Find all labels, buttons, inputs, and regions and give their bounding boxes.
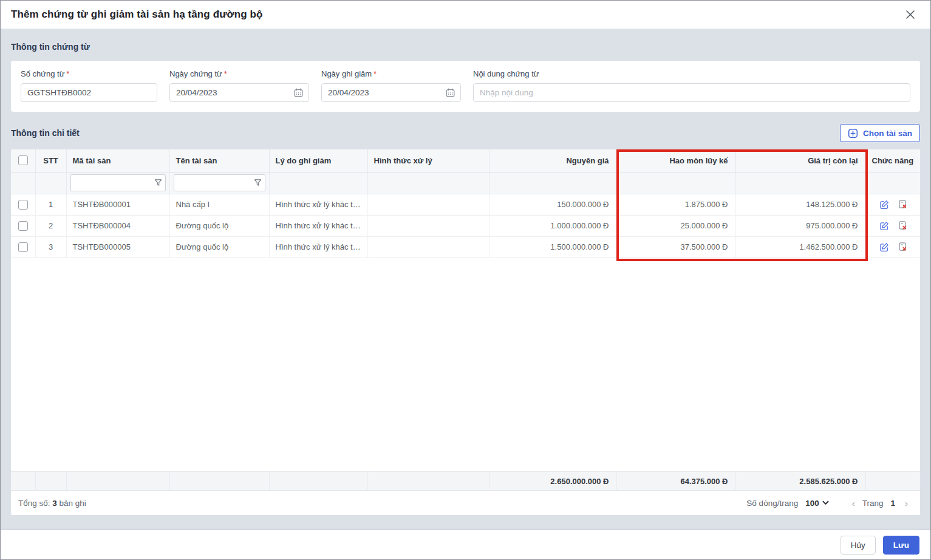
ngay-chung-tu-label: Ngày chứng từ — [169, 69, 222, 78]
table-filter-row — [11, 172, 920, 194]
cell-stt: 2 — [35, 215, 66, 236]
cancel-button[interactable]: Hủy — [841, 536, 876, 555]
field-so-chung-tu: Số chứng từ* — [21, 69, 157, 102]
record-count-value: 3 — [52, 499, 57, 508]
table-header-row: STT Mã tài sản Tên tài sản Lý do ghi giả… — [11, 149, 920, 172]
cell-hinh-thuc — [367, 215, 489, 236]
col-header-chuc-nang: Chức năng — [865, 149, 920, 172]
page-title: Thêm chứng từ ghi giảm tài sản hạ tầng đ… — [11, 9, 263, 21]
total-gia-tri: 2.585.625.000 Đ — [735, 472, 865, 491]
ngay-chung-tu-input[interactable] — [169, 83, 309, 102]
row-checkbox[interactable] — [18, 221, 28, 231]
edit-pencil-icon[interactable] — [879, 200, 889, 210]
table-empty-area — [11, 258, 920, 472]
total-hao-mon: 64.375.000 Đ — [616, 472, 735, 491]
cell-ma-tai-san: TSHTĐB000004 — [66, 215, 169, 236]
col-header-hinh-thuc: Hình thức xử lý — [367, 149, 489, 172]
chon-tai-san-button[interactable]: Chọn tài sản — [840, 124, 920, 142]
cell-stt: 1 — [35, 194, 66, 215]
so-chung-tu-label: Số chứng từ — [21, 69, 64, 78]
noi-dung-input[interactable] — [473, 83, 910, 102]
page-label: Trang — [862, 499, 884, 508]
field-ngay-ghi-giam: Ngày ghi giảm* — [321, 69, 461, 102]
cell-hinh-thuc — [367, 236, 489, 258]
cell-stt: 3 — [35, 236, 66, 258]
section-title-detail-info: Thông tin chi tiết — [11, 128, 80, 138]
cell-ly-do: Hình thức xử lý khác the… — [269, 194, 367, 215]
cell-nguyen-gia: 150.000.000 Đ — [489, 194, 616, 215]
cell-ly-do: Hình thức xử lý khác the… — [269, 236, 367, 258]
modal-titlebar: Thêm chứng từ ghi giảm tài sản hạ tầng đ… — [1, 1, 930, 29]
cell-nguyen-gia: 1.000.000.000 Đ — [489, 215, 616, 236]
cell-hao-mon: 25.000.000 Đ — [616, 215, 735, 236]
col-header-hao-mon: Hao mòn lũy kế — [616, 149, 735, 172]
doc-info-card: Số chứng từ* Ngày chứng từ* Ngày — [11, 61, 920, 112]
cell-ma-tai-san: TSHTĐB000001 — [66, 194, 169, 215]
cell-ten-tai-san: Nhà cấp I — [169, 194, 269, 215]
rows-per-page-label: Số dòng/trang — [746, 499, 798, 508]
field-ngay-chung-tu: Ngày chứng từ* — [169, 69, 309, 102]
cell-gia-tri: 1.462.500.000 Đ — [735, 236, 865, 258]
required-asterisk: * — [373, 69, 377, 78]
funnel-icon[interactable] — [154, 179, 162, 187]
plus-square-icon — [848, 128, 858, 138]
col-header-gia-tri: Giá trị còn lại — [735, 149, 865, 172]
col-header-ly-do: Lý do ghi giảm — [269, 149, 367, 172]
cell-gia-tri: 975.000.000 Đ — [735, 215, 865, 236]
row-checkbox[interactable] — [18, 200, 28, 210]
noi-dung-label: Nội dung chứng từ — [473, 69, 539, 78]
table-row[interactable]: 1 TSHTĐB000001 Nhà cấp I Hình thức xử lý… — [11, 194, 920, 215]
funnel-icon[interactable] — [254, 179, 262, 187]
file-remove-icon[interactable] — [898, 220, 908, 231]
table-row[interactable]: 2 TSHTĐB000004 Đường quốc lộ Hình thức x… — [11, 215, 920, 236]
chon-tai-san-label: Chọn tài sản — [863, 129, 912, 138]
modal-window: Thêm chứng từ ghi giảm tài sản hạ tầng đ… — [0, 0, 931, 560]
ngay-ghi-giam-input[interactable] — [321, 83, 461, 102]
table-row[interactable]: 3 TSHTĐB000005 Đường quốc lộ Hình thức x… — [11, 236, 920, 258]
calendar-icon[interactable] — [445, 87, 455, 98]
cell-hao-mon: 1.875.000 Đ — [616, 194, 735, 215]
cell-gia-tri: 148.125.000 Đ — [735, 194, 865, 215]
required-asterisk: * — [66, 69, 69, 78]
ten-tai-san-filter-input[interactable] — [174, 174, 265, 191]
select-all-checkbox[interactable] — [18, 155, 28, 165]
cell-ly-do: Hình thức xử lý khác the… — [269, 215, 367, 236]
total-nguyen-gia: 2.650.000.000 Đ — [489, 472, 616, 491]
table-footer: Tổng số: 3 bản ghi Số dòng/trang 100 ‹ T… — [11, 491, 920, 515]
cell-ten-tai-san: Đường quốc lộ — [169, 236, 269, 258]
cell-nguyen-gia: 1.500.000.000 Đ — [489, 236, 616, 258]
cell-hao-mon: 37.500.000 Đ — [616, 236, 735, 258]
row-checkbox[interactable] — [18, 242, 28, 252]
chevron-down-icon — [822, 500, 829, 505]
close-icon[interactable] — [902, 7, 918, 22]
file-remove-icon[interactable] — [898, 199, 908, 210]
required-asterisk: * — [224, 69, 227, 78]
assets-table-card: STT Mã tài sản Tên tài sản Lý do ghi giả… — [11, 149, 920, 515]
modal-body: Thông tin chứng từ Số chứng từ* Ngày chứ… — [1, 29, 930, 530]
ma-tai-san-filter-input[interactable] — [70, 174, 166, 191]
field-noi-dung: Nội dung chứng từ — [473, 69, 910, 102]
section-title-doc-info: Thông tin chứng từ — [11, 29, 920, 61]
table-summary-row: 2.650.000.000 Đ 64.375.000 Đ 2.585.625.0… — [11, 471, 920, 491]
file-remove-icon[interactable] — [898, 242, 908, 252]
save-button[interactable]: Lưu — [883, 536, 919, 555]
col-header-ten-tai-san: Tên tài sản — [169, 149, 269, 172]
edit-pencil-icon[interactable] — [879, 242, 889, 252]
calendar-icon[interactable] — [293, 87, 304, 98]
cell-ma-tai-san: TSHTĐB000005 — [66, 236, 169, 258]
next-page-button[interactable]: › — [902, 498, 910, 508]
edit-pencil-icon[interactable] — [879, 221, 889, 231]
assets-table: STT Mã tài sản Tên tài sản Lý do ghi giả… — [11, 149, 920, 258]
modal-action-bar: Hủy Lưu — [1, 530, 930, 559]
ngay-ghi-giam-label: Ngày ghi giảm — [321, 69, 372, 78]
cell-ten-tai-san: Đường quốc lộ — [169, 215, 269, 236]
so-chung-tu-input[interactable] — [21, 83, 157, 102]
cell-hinh-thuc — [367, 194, 489, 215]
col-header-ma-tai-san: Mã tài sản — [66, 149, 169, 172]
col-header-stt: STT — [35, 149, 66, 172]
col-header-nguyen-gia: Nguyên giá — [489, 149, 616, 172]
record-count: Tổng số: 3 bản ghi — [18, 499, 86, 508]
prev-page-button[interactable]: ‹ — [850, 498, 858, 508]
current-page-number: 1 — [888, 499, 898, 508]
rows-per-page-select[interactable]: 100 — [805, 499, 829, 508]
